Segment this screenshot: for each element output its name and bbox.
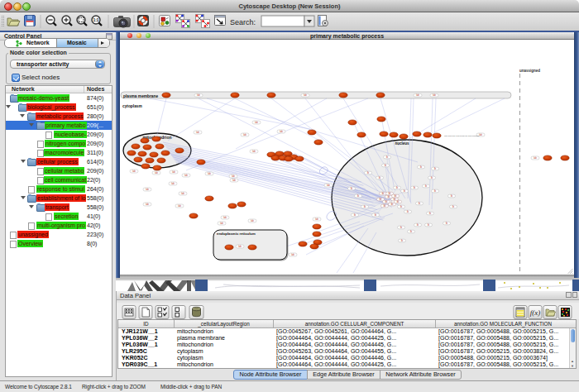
svg-text:lab: lab [208,172,211,175]
svg-text:GO:0016787 GO:0005488 GO:00052: GO:0016787 GO:0005488 GO:0005215 [444,135,480,137]
svg-text:lbl: lbl [391,203,394,206]
svg-text:lab: lab [327,184,330,187]
svg-text:lab: lab [223,216,227,219]
svg-text:1:1: 1:1 [93,17,98,22]
svg-text:lab: lab [220,222,223,225]
svg-text:lab: lab [196,131,199,134]
svg-text:lab: lab [181,192,184,195]
svg-text:lab: lab [197,93,200,97]
svg-text:lab: lab [291,253,294,256]
svg-text:lab: lab [171,182,175,185]
svg-text:lab: lab [232,174,235,178]
svg-text:lab: lab [252,150,256,153]
svg-text:lbl: lbl [389,192,391,195]
svg-text:lab: lab [172,170,175,174]
svg-text:unassigned: unassigned [519,69,540,73]
svg-text:lab: lab [433,93,436,97]
svg-text:lab: lab [243,133,246,136]
svg-text:lab: lab [146,188,149,191]
svg-text:Search:: Search: [230,18,256,26]
svg-text:lab: lab [255,121,258,124]
svg-text:lbl: lbl [397,200,400,203]
svg-text:lab: lab [304,93,307,97]
svg-text:nucleus: nucleus [395,141,409,146]
svg-text:lab: lab [251,219,254,222]
svg-text:lbl: lbl [395,194,397,198]
svg-text:lab: lab [280,130,283,133]
svg-text:lbl: lbl [385,200,388,203]
svg-text:plasma membrane: plasma membrane [123,94,158,98]
svg-text:lab: lab [416,93,419,97]
svg-text:lab: lab [155,171,158,174]
svg-text:cytoplasm: cytoplasm [122,104,142,108]
svg-text:lbl: lbl [380,198,382,201]
svg-text:lab: lab [315,218,318,221]
svg-text:lbl: lbl [382,192,385,195]
svg-text:lab: lab [146,203,149,206]
svg-text:endoplasmic reticulum: endoplasmic reticulum [217,232,256,236]
svg-text:f(x): f(x) [530,308,541,317]
svg-text:lab: lab [178,204,181,208]
svg-text:lbl: lbl [384,204,386,208]
svg-text:lab: lab [232,179,236,182]
svg-text:lab: lab [184,174,188,177]
svg-text:lab: lab [238,245,242,248]
svg-text:lbl: lbl [388,195,390,198]
svg-text:lab: lab [534,156,537,160]
svg-text:lab: lab [479,133,482,136]
svg-text:lab: lab [132,170,136,173]
